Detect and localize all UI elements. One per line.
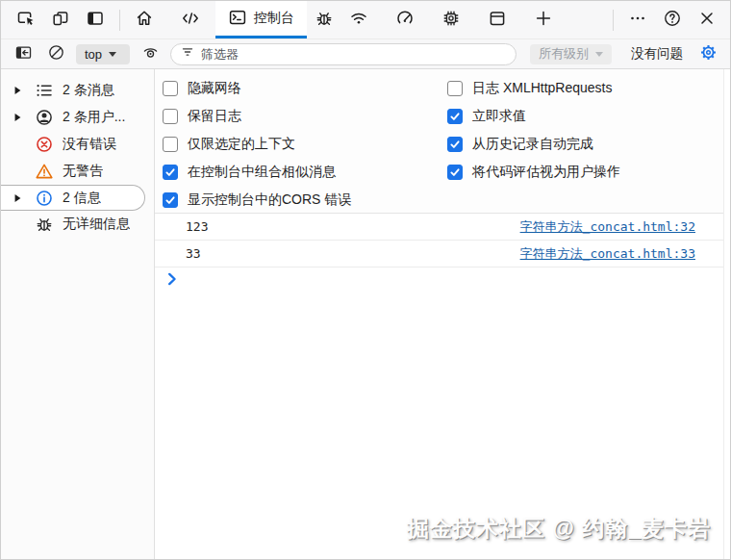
sidebar-item-warnings[interactable]: 无警告 — [1, 158, 154, 185]
console-message-text: 33 — [186, 246, 201, 261]
more-options-button[interactable] — [620, 1, 655, 38]
setting-evaluation-as-user-action[interactable]: 将代码评估视为用户操作 — [447, 158, 731, 186]
expand-arrow-icon[interactable] — [13, 193, 22, 203]
tab-console-label: 控制台 — [254, 10, 294, 27]
context-selector-value: top — [85, 47, 102, 62]
sidebar-item-messages[interactable]: 2 条消息 — [1, 77, 154, 104]
help-button[interactable] — [655, 1, 690, 38]
console-sidebar-toggle-button[interactable] — [11, 42, 36, 65]
clear-console-button[interactable] — [43, 42, 68, 65]
gear-icon — [698, 42, 718, 65]
tab-elements[interactable] — [173, 1, 208, 38]
source-link[interactable]: 字符串方法_concat.html:33 — [520, 245, 695, 263]
console-settings-panel: 隐藏网络 保留日志 仅限选定的上下文 在控制台中组合相似消息 — [155, 69, 731, 214]
devtools-tabbar: 控制台 — [1, 1, 730, 39]
tab-debugger[interactable] — [307, 1, 341, 38]
tab-network[interactable] — [341, 1, 376, 38]
user-icon — [35, 108, 54, 127]
console-message-row: 33 字符串方法_concat.html:33 — [155, 241, 731, 267]
bug-icon — [315, 9, 334, 31]
toolbar-divider — [119, 10, 120, 31]
console-settings-button[interactable] — [695, 42, 720, 65]
layout-panel-button[interactable] — [78, 1, 113, 38]
plus-icon — [534, 9, 553, 31]
eye-icon — [141, 43, 160, 64]
devtools-window: 控制台 — [0, 0, 731, 560]
setting-hide-network[interactable]: 隐藏网络 — [163, 74, 447, 102]
console-icon — [228, 8, 247, 30]
scrollbar-gutter[interactable] — [723, 69, 731, 559]
console-filter-input[interactable] — [201, 47, 506, 62]
more-tabs-button[interactable] — [526, 1, 561, 38]
warning-icon — [35, 162, 54, 181]
setting-group-similar[interactable]: 在控制台中组合相似消息 — [163, 158, 447, 186]
sidebar-item-errors[interactable]: 没有错误 — [1, 131, 154, 158]
checkbox-checked[interactable] — [163, 192, 178, 208]
inspect-element-button[interactable] — [9, 1, 43, 38]
checkbox-unchecked[interactable] — [163, 81, 178, 96]
checkbox-unchecked[interactable] — [163, 109, 178, 124]
error-icon — [35, 135, 54, 154]
wifi-icon — [349, 9, 368, 31]
list-icon — [35, 81, 54, 100]
setting-autocomplete-history[interactable]: 从历史记录自动完成 — [447, 130, 731, 158]
console-main-pane: 隐藏网络 保留日志 仅限选定的上下文 在控制台中组合相似消息 — [155, 69, 731, 559]
info-icon — [35, 189, 54, 208]
sidebar-item-info[interactable]: 2 信息 — [1, 185, 145, 211]
tab-performance[interactable] — [388, 1, 422, 38]
checkbox-unchecked[interactable] — [163, 137, 178, 152]
sidebar-item-verbose[interactable]: 无详细信息 — [1, 211, 154, 238]
watermark-text: 掘金技术社区 @ 约翰_麦卡岩 — [407, 514, 711, 544]
block-icon — [47, 43, 65, 64]
close-devtools-button[interactable] — [690, 1, 724, 38]
inspect-cursor-icon — [16, 9, 36, 31]
expand-arrow-icon[interactable] — [13, 86, 22, 95]
console-message-row: 123 字符串方法_concat.html:32 — [155, 214, 731, 241]
setting-preserve-log[interactable]: 保留日志 — [163, 102, 447, 130]
chevron-down-icon — [595, 52, 603, 57]
tab-welcome[interactable] — [127, 1, 162, 38]
settings-column-right: 日志 XMLHttpRequests 立即求值 从历史记录自动完成 将代码评估视… — [447, 74, 731, 213]
checkbox-unchecked[interactable] — [447, 81, 463, 96]
javascript-context-selector[interactable]: top — [76, 44, 130, 64]
prompt-chevron-icon — [167, 272, 177, 290]
home-icon — [135, 9, 154, 31]
console-toolbar: top 所有级别 没有问题 — [1, 39, 730, 69]
chevron-down-icon — [109, 52, 116, 57]
checkbox-checked[interactable] — [447, 109, 463, 124]
help-icon — [663, 9, 682, 31]
app-window-icon — [488, 9, 507, 31]
log-levels-label: 所有级别 — [539, 45, 589, 63]
checkbox-checked[interactable] — [447, 165, 463, 180]
gauge-icon — [395, 9, 415, 31]
log-levels-dropdown[interactable]: 所有级别 — [530, 44, 612, 64]
expand-arrow-icon[interactable] — [13, 113, 22, 122]
live-expression-button[interactable] — [138, 42, 163, 65]
checkbox-checked[interactable] — [163, 165, 178, 180]
device-emulation-button[interactable] — [43, 1, 78, 38]
setting-log-xmlhttprequests[interactable]: 日志 XMLHttpRequests — [447, 74, 731, 102]
chip-icon — [441, 9, 461, 31]
console-filter-field[interactable] — [170, 43, 517, 65]
tab-memory[interactable] — [434, 1, 468, 38]
layout-panel-icon — [86, 9, 105, 31]
setting-show-cors-errors[interactable]: 显示控制台中的CORS 错误 — [163, 186, 447, 214]
tab-application[interactable] — [480, 1, 515, 38]
close-icon — [697, 9, 717, 31]
sidebar-item-user-messages[interactable]: 2 条用户... — [1, 104, 154, 131]
setting-selected-context-only[interactable]: 仅限选定的上下文 — [163, 130, 447, 158]
console-content: 2 条消息 2 条用户... 没有错误 — [1, 69, 730, 559]
toolbar-divider — [613, 10, 614, 31]
tab-console[interactable]: 控制台 — [215, 1, 307, 38]
sidebar-toggle-icon — [14, 43, 33, 64]
device-emulation-icon — [51, 9, 70, 31]
code-icon — [181, 9, 200, 31]
issues-counter[interactable]: 没有问题 — [631, 45, 683, 63]
source-link[interactable]: 字符串方法_concat.html:32 — [520, 218, 695, 236]
bug-icon — [35, 215, 54, 234]
checkbox-checked[interactable] — [447, 137, 463, 152]
console-prompt[interactable] — [155, 267, 731, 294]
setting-eager-evaluation[interactable]: 立即求值 — [447, 102, 731, 130]
settings-column-left: 隐藏网络 保留日志 仅限选定的上下文 在控制台中组合相似消息 — [163, 74, 447, 213]
console-sidebar: 2 条消息 2 条用户... 没有错误 — [1, 69, 155, 559]
